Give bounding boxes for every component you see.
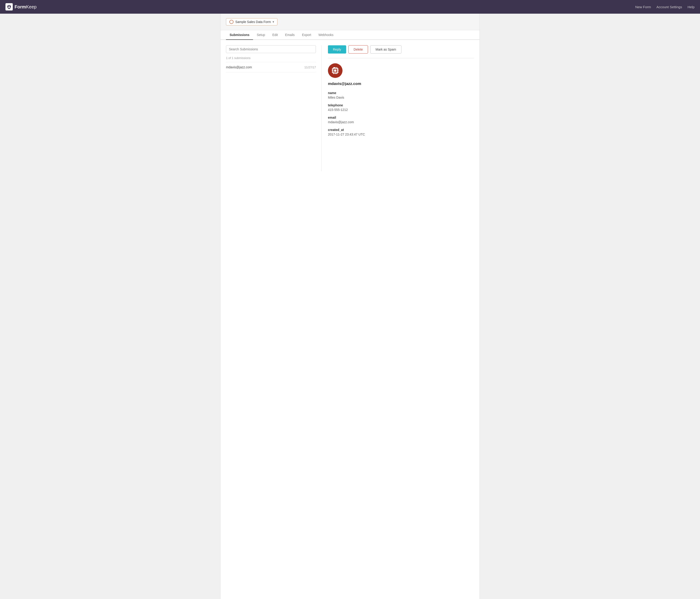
form-selector-label: Sample Sales Data Form — [235, 20, 271, 24]
mark-as-spam-button[interactable]: Mark as Spam — [370, 45, 401, 53]
field-value-name: Miles Davis — [328, 96, 474, 99]
field-label-telephone: telephone — [328, 103, 474, 107]
field-group-created-at: created_at 2017-11-27 23:43:47 UTC — [328, 128, 474, 136]
delete-button[interactable]: Delete — [348, 45, 368, 53]
tab-webhooks[interactable]: Webhooks — [315, 30, 337, 40]
logo-text: FormKeep — [15, 4, 36, 9]
search-input[interactable] — [226, 45, 316, 53]
tab-submissions[interactable]: Submissions — [226, 30, 253, 40]
account-settings-link[interactable]: Account Settings — [656, 5, 682, 9]
field-value-created-at: 2017-11-27 23:43:47 UTC — [328, 133, 474, 136]
field-group-email: email mdavis@jazz.com — [328, 116, 474, 124]
field-group-telephone: telephone 415-555-1212 — [328, 103, 474, 112]
tabs-bar: Submissions Setup Edit Emails Export Web… — [221, 30, 479, 40]
avatar — [328, 63, 343, 78]
header-nav: New Form Account Settings Help — [635, 5, 695, 9]
left-panel: 1 of 1 submissions mdavis@jazz.com 11/27… — [226, 45, 322, 171]
tab-export[interactable]: Export — [298, 30, 315, 40]
submission-detail-email: mdavis@jazz.com — [328, 81, 474, 86]
form-selector-bar: Sample Sales Data Form ▾ — [221, 14, 479, 30]
tab-setup[interactable]: Setup — [253, 30, 269, 40]
right-panel: Reply Delete Mark as Spam mdavis@jazz.co… — [322, 45, 474, 171]
field-group-name: name Miles Davis — [328, 91, 474, 99]
new-form-link[interactable]: New Form — [635, 5, 651, 9]
logo-icon — [5, 3, 13, 10]
chip-icon — [331, 66, 340, 75]
tab-emails[interactable]: Emails — [281, 30, 298, 40]
list-item[interactable]: mdavis@jazz.com 11/27/17 — [226, 62, 316, 72]
field-value-email: mdavis@jazz.com — [328, 120, 474, 124]
submission-email: mdavis@jazz.com — [226, 65, 252, 69]
shield-icon — [7, 4, 11, 9]
form-selector-button[interactable]: Sample Sales Data Form ▾ — [226, 18, 277, 25]
main-container: Sample Sales Data Form ▾ Submissions Set… — [220, 14, 480, 599]
field-label-email: email — [328, 116, 474, 119]
submission-avatar — [328, 63, 474, 78]
logo-area: FormKeep — [5, 3, 635, 10]
action-buttons: Reply Delete Mark as Spam — [328, 45, 474, 53]
help-link[interactable]: Help — [688, 5, 695, 9]
chevron-down-icon: ▾ — [273, 20, 274, 23]
field-label-created-at: created_at — [328, 128, 474, 131]
reply-button[interactable]: Reply — [328, 45, 346, 53]
form-icon — [229, 20, 233, 24]
content-area: 1 of 1 submissions mdavis@jazz.com 11/27… — [221, 40, 479, 176]
submission-date: 11/27/17 — [304, 66, 316, 69]
field-label-name: name — [328, 91, 474, 95]
tab-edit[interactable]: Edit — [269, 30, 281, 40]
app-header: FormKeep New Form Account Settings Help — [0, 0, 700, 14]
field-value-telephone: 415-555-1212 — [328, 108, 474, 112]
submissions-count: 1 of 1 submissions — [226, 56, 316, 62]
